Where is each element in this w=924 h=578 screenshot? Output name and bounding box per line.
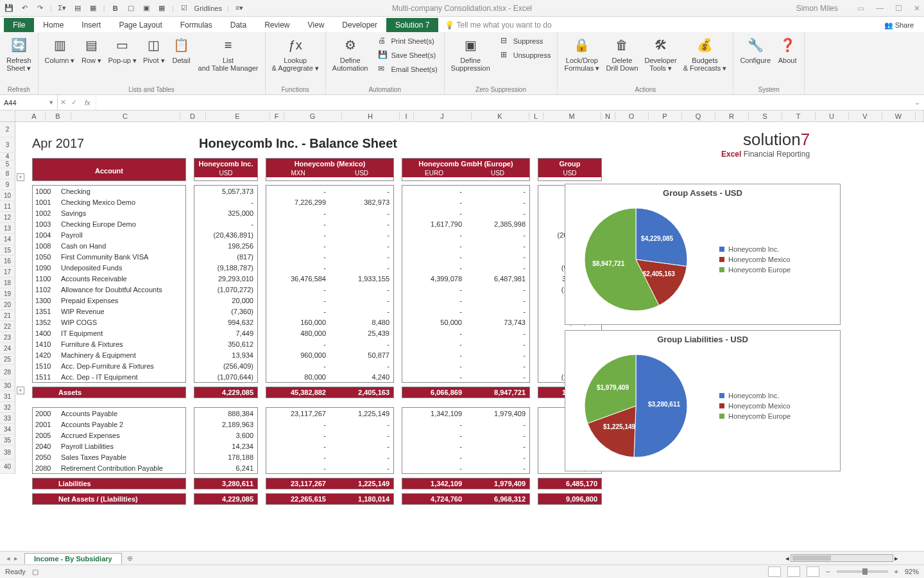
column-header[interactable]: D: [180, 112, 206, 120]
view-layout-icon[interactable]: [787, 566, 800, 577]
row-header[interactable]: 8: [0, 168, 15, 179]
ribbon-budgets-forecasts[interactable]: 💰Budgets& Forecasts ▾: [683, 35, 727, 72]
ribbon-define-suppression[interactable]: ▣DefineSuppression: [451, 35, 490, 72]
ribbon-about[interactable]: ❓About: [777, 35, 798, 64]
hscroll-right-icon[interactable]: ▸: [894, 554, 898, 563]
tab-home[interactable]: Home: [34, 18, 73, 32]
ribbon-configure[interactable]: 🔧Configure: [740, 35, 771, 64]
row-header[interactable]: 30: [0, 380, 15, 391]
column-header[interactable]: H: [342, 112, 400, 120]
row-header[interactable]: 17: [0, 267, 15, 277]
column-header[interactable]: V: [849, 112, 882, 120]
select-all[interactable]: [0, 110, 15, 121]
fx-icon[interactable]: fx: [80, 99, 96, 107]
close-icon[interactable]: ✕: [914, 4, 920, 13]
column-header[interactable]: I: [400, 112, 414, 120]
tab-formulas[interactable]: Formulas: [171, 18, 221, 32]
row-header[interactable]: 40: [0, 460, 15, 474]
row-header[interactable]: 10: [0, 190, 15, 201]
column-header[interactable]: L: [529, 112, 543, 120]
column-header[interactable]: S: [749, 112, 782, 120]
view-break-icon[interactable]: [807, 566, 819, 577]
check-icon[interactable]: ☑: [179, 3, 189, 13]
column-header[interactable]: C: [71, 112, 180, 120]
sum-icon[interactable]: Σ▾: [57, 3, 67, 13]
hscroll-bar[interactable]: [791, 554, 893, 562]
tab-review[interactable]: Review: [255, 18, 298, 32]
add-sheet-icon[interactable]: ⊕: [122, 554, 138, 563]
column-header[interactable]: E: [206, 112, 270, 120]
row-header[interactable]: 18: [0, 277, 15, 288]
column-header[interactable]: W: [882, 112, 916, 120]
filter-icon[interactable]: ▤: [73, 3, 83, 13]
row-header[interactable]: 3: [0, 137, 15, 153]
enter-icon[interactable]: ✓: [69, 98, 80, 107]
redo-icon[interactable]: ↷: [35, 3, 45, 13]
gridlines-toggle[interactable]: Gridlines: [194, 4, 222, 12]
column-header[interactable]: M: [543, 112, 601, 120]
ribbon-pop-up[interactable]: ▭Pop-up ▾: [108, 35, 137, 64]
tab-developer[interactable]: Developer: [333, 18, 386, 32]
column-header[interactable]: K: [472, 112, 529, 120]
cancel-icon[interactable]: ✕: [58, 98, 69, 107]
ribbon-column[interactable]: ▥Column ▾: [45, 35, 75, 64]
tab-nav-last-icon[interactable]: ▸: [14, 554, 18, 563]
row-header[interactable]: 32: [0, 402, 15, 413]
column-header[interactable]: Q: [682, 112, 715, 120]
row-header[interactable]: 13: [0, 223, 15, 234]
row-header[interactable]: 12: [0, 212, 15, 223]
ribbon-define-automation[interactable]: ⚙DefineAutomation: [332, 35, 368, 72]
ribbon-delete-drill-down[interactable]: 🗑DeleteDrill Down: [606, 35, 638, 72]
row-header[interactable]: 24: [0, 343, 15, 354]
column-header[interactable]: J: [414, 112, 472, 120]
row-header[interactable]: 21: [0, 310, 15, 321]
ribbon-row[interactable]: ▤Row ▾: [81, 35, 102, 64]
column-header[interactable]: O: [615, 112, 649, 120]
user-name[interactable]: Simon Miles: [796, 4, 838, 13]
tab-view[interactable]: View: [299, 18, 334, 32]
row-header[interactable]: 28: [0, 365, 15, 380]
sheet-tab-active[interactable]: Income - By Subsidiary: [24, 553, 122, 564]
ribbon-lock-drop-formulas[interactable]: 🔒Lock/DropFormulas ▾: [564, 35, 599, 72]
ribbon-suppress[interactable]: ⊟Suppress: [501, 35, 551, 48]
ribbon-developer-tools[interactable]: 🛠DeveloperTools ▾: [645, 35, 677, 72]
share-button[interactable]: 👥 Share: [878, 19, 920, 32]
tab-page-layout[interactable]: Page Layout: [110, 18, 171, 32]
ribbon-email-sheet-s-[interactable]: ✉Email Sheet(s): [378, 63, 437, 76]
worksheet[interactable]: 2345891011121314151617181920212223242528…: [0, 122, 924, 551]
zoom-level[interactable]: 92%: [905, 568, 919, 575]
formula-input[interactable]: [96, 95, 911, 110]
row-header[interactable]: 14: [0, 234, 15, 245]
row-header[interactable]: 34: [0, 424, 15, 435]
row-header[interactable]: 15: [0, 245, 15, 256]
column-header[interactable]: P: [649, 112, 682, 120]
column-header[interactable]: G: [284, 112, 342, 120]
zoom-out-icon[interactable]: −: [826, 568, 830, 575]
column-header[interactable]: T: [782, 112, 816, 120]
row-header[interactable]: 35: [0, 435, 15, 446]
column-header[interactable]: N: [601, 112, 615, 120]
merge-icon[interactable]: ▦: [157, 3, 167, 13]
hscroll-left-icon[interactable]: ◂: [785, 554, 789, 563]
row-header[interactable]: 9: [0, 179, 15, 190]
tab-insert[interactable]: Insert: [73, 18, 110, 32]
column-header[interactable]: R: [715, 112, 749, 120]
row-header[interactable]: 11: [0, 201, 15, 212]
row-header[interactable]: 38: [0, 446, 15, 460]
ribbon-save-sheet-s-[interactable]: 💾Save Sheet(s): [378, 49, 437, 62]
row-header[interactable]: 19: [0, 288, 15, 299]
ribbon-options-icon[interactable]: ▭: [857, 4, 864, 13]
row-header[interactable]: 33: [0, 413, 15, 424]
row-header[interactable]: 31: [0, 391, 15, 402]
sort-icon[interactable]: ▦: [88, 3, 98, 13]
zoom-in-icon[interactable]: +: [894, 568, 898, 575]
bold-icon[interactable]: B: [110, 3, 121, 13]
row-header[interactable]: 25: [0, 354, 15, 365]
column-header[interactable]: A: [24, 112, 46, 120]
column-header[interactable]: U: [816, 112, 849, 120]
row-header[interactable]: 16: [0, 256, 15, 267]
ribbon-list-and-table-manager[interactable]: ≡Listand Table Manager: [198, 35, 259, 72]
view-normal-icon[interactable]: [768, 566, 781, 577]
ribbon-unsuppress[interactable]: ⊞Unsuppress: [501, 49, 551, 62]
row-header[interactable]: 2: [0, 122, 15, 137]
